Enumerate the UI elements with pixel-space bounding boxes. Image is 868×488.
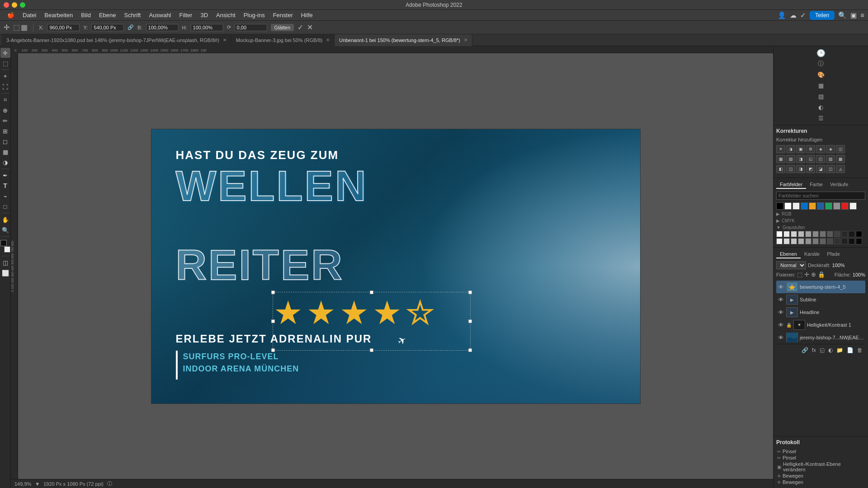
korr-p4[interactable]: ◩: [806, 165, 815, 173]
menu-ebene[interactable]: Schrift: [121, 11, 145, 19]
menu-ansicht[interactable]: Plug-ins: [240, 11, 269, 19]
graustufen-group-label[interactable]: ▼ Graustufen: [776, 225, 865, 230]
fix-move-icon[interactable]: ✛: [804, 271, 809, 278]
layer-folder-icon[interactable]: 📁: [835, 346, 844, 354]
selection-tool-icon[interactable]: ⬚: [13, 23, 20, 32]
auto-select-icon[interactable]: ▦: [21, 23, 28, 32]
tab-2-close[interactable]: ✕: [326, 38, 330, 42]
korr-threshold[interactable]: ◱: [806, 155, 815, 163]
right-adjustments-icon[interactable]: ◐: [816, 102, 826, 112]
rgb-group-label[interactable]: ▶ RGB: [776, 211, 865, 216]
tab-verlaeufe[interactable]: Verläufe: [826, 181, 852, 189]
swatch-black[interactable]: [776, 202, 783, 210]
eraser-tool[interactable]: ◻: [0, 136, 10, 146]
tab-kanaele[interactable]: Kanäle: [801, 250, 823, 258]
swatch-gray[interactable]: [833, 202, 840, 210]
korr-p3[interactable]: ◨: [796, 165, 805, 173]
canvas-wrap[interactable]: HAST DU DAS ZEUG ZUM WELLEN REITER: [18, 53, 773, 479]
lasso-tool[interactable]: ⌖: [0, 71, 10, 81]
foreground-color[interactable]: [0, 240, 7, 246]
hand-tool[interactable]: ✋: [0, 215, 10, 225]
gs-9[interactable]: [834, 231, 840, 237]
clone-tool[interactable]: ⊞: [0, 126, 10, 136]
cloud-sync-icon[interactable]: ☁: [790, 11, 797, 19]
menu-filter[interactable]: 3D: [197, 11, 212, 19]
gs-7[interactable]: [820, 231, 826, 237]
layer-vis-2[interactable]: 👁: [777, 296, 784, 303]
handle-tc[interactable]: [370, 291, 373, 294]
gs-6[interactable]: [812, 231, 819, 237]
fix-all-icon[interactable]: 🔒: [818, 271, 825, 278]
menu-fenster[interactable]: Hilfe: [297, 11, 316, 19]
fix-pixels-icon[interactable]: ⬚: [797, 271, 802, 278]
right-info-icon[interactable]: ⓘ: [816, 59, 826, 69]
layer-headline[interactable]: 👁 ▶ Headline: [776, 306, 865, 319]
checkmark-confirm[interactable]: ✓: [297, 23, 303, 32]
pen-tool[interactable]: ✒: [0, 170, 10, 180]
swatch-blue[interactable]: [801, 202, 808, 210]
opacity-value[interactable]: 100%: [832, 263, 845, 268]
tab-3[interactable]: Unbenannt-1 bei 150% (bewertung-stern-4_…: [335, 34, 472, 46]
korr-invert[interactable]: ▨: [826, 155, 835, 163]
quick-mask-tool[interactable]: ◫: [0, 258, 10, 267]
gs-2[interactable]: [783, 231, 790, 237]
x-input[interactable]: [47, 24, 80, 31]
swatch-darkblue[interactable]: [817, 202, 824, 210]
tab-farbe[interactable]: Farbe: [806, 181, 826, 189]
gs-14[interactable]: [783, 238, 790, 244]
angle-input[interactable]: [235, 24, 267, 31]
path-tool[interactable]: ⌁: [0, 191, 10, 201]
korr-channel[interactable]: ▦: [776, 155, 785, 163]
arrange-icon[interactable]: ▣: [850, 11, 857, 19]
korr-hsl[interactable]: ◈: [816, 145, 825, 153]
menu-photoshop[interactable]: Datei: [19, 11, 40, 19]
background-color[interactable]: [4, 246, 10, 253]
gs-1[interactable]: [776, 231, 783, 237]
cmyk-group-label[interactable]: ▶ CMYK: [776, 218, 865, 223]
swatch-red[interactable]: [841, 202, 849, 210]
korr-exposure[interactable]: ▣: [796, 145, 805, 153]
screen-mode-tool[interactable]: ⬜: [0, 268, 10, 278]
layer-vis-5[interactable]: 👁: [777, 334, 784, 341]
layer-helligkeit-kontrast[interactable]: 👁 🔒 ☀ Helligkeit/Kontrast 1: [776, 319, 865, 331]
handle-bc[interactable]: [370, 348, 373, 352]
korr-brightness[interactable]: ☀: [776, 145, 785, 153]
handle-tr[interactable]: [468, 291, 472, 294]
layer-subline[interactable]: 👁 ▶ Subline: [776, 293, 865, 306]
b-input[interactable]: [146, 24, 179, 31]
menu-plugins[interactable]: Fenster: [269, 11, 297, 19]
dodge-tool[interactable]: ◑: [0, 157, 10, 167]
check-icon[interactable]: ✓: [800, 11, 806, 19]
type-tool[interactable]: T: [0, 181, 10, 191]
delete-layer-icon[interactable]: 🗑: [856, 346, 863, 354]
korr-p5[interactable]: ◪: [816, 165, 825, 173]
layer-vis-1[interactable]: 👁: [777, 284, 784, 291]
gs-10[interactable]: [841, 231, 848, 237]
korr-gradient-map[interactable]: ▧: [786, 155, 795, 163]
menu-3d[interactable]: Ansicht: [212, 11, 239, 19]
apple-menu[interactable]: 🍎: [4, 11, 18, 19]
menu-schrift[interactable]: Auswahl: [145, 11, 175, 19]
close-button[interactable]: [4, 2, 9, 8]
move-tool[interactable]: ✛: [0, 48, 10, 58]
new-layer-icon[interactable]: 📄: [846, 346, 854, 354]
korr-posterize[interactable]: ◰: [816, 155, 825, 163]
korr-vibrance[interactable]: ⚙: [806, 145, 815, 153]
swatch-green[interactable]: [825, 202, 832, 210]
foreground-background-colors[interactable]: [0, 240, 10, 253]
adjustment-layer-icon[interactable]: ◐: [827, 346, 834, 354]
gs-13[interactable]: [776, 238, 783, 244]
gs-24[interactable]: [856, 238, 862, 244]
gs-12[interactable]: [856, 231, 862, 237]
tab-1[interactable]: 3-Angebots-Banner-868x488.psd bei 148%…: [2, 34, 231, 46]
gs-21[interactable]: [834, 238, 840, 244]
right-layers-icon[interactable]: ☰: [816, 113, 826, 123]
layer-vis-3[interactable]: 👁: [777, 309, 784, 316]
korr-solid[interactable]: ▩: [836, 155, 845, 163]
tab-2[interactable]: Mockup-Banner-3.jpg bei 50% (RGB/8) ✕: [231, 34, 335, 46]
crop-tool[interactable]: ⛶: [0, 82, 10, 92]
shape-tool[interactable]: □: [0, 202, 10, 211]
eyedropper-tool[interactable]: ⌗: [0, 95, 10, 105]
info-icon[interactable]: ⓘ: [107, 480, 112, 487]
tab-farbfelder[interactable]: Farbfelder: [776, 181, 806, 189]
